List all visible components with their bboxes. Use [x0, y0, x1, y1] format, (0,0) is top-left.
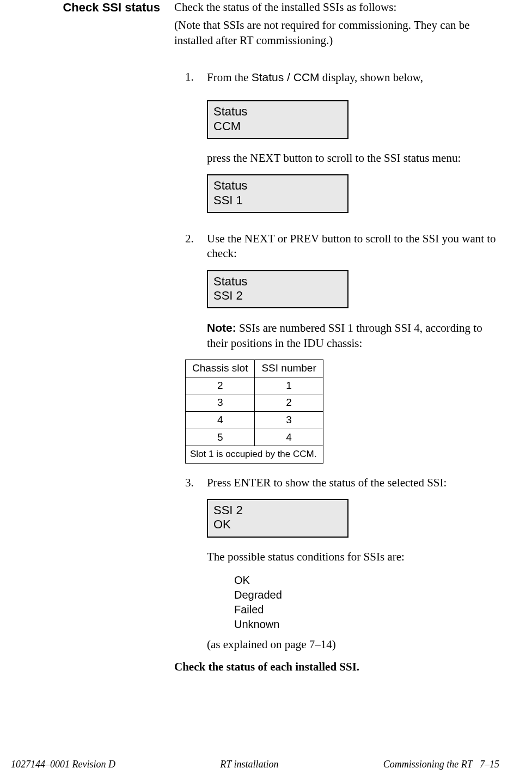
step-2: 2. Use the NEXT or PREV button to scroll… [185, 231, 499, 261]
status-item: Degraded [234, 588, 499, 602]
table-row: Chassis slot SSI number [186, 360, 323, 377]
status-item: OK [234, 573, 499, 588]
table-row: 21 [186, 377, 323, 394]
step-2-text: Use the NEXT or PREV button to scroll to… [207, 231, 499, 261]
lcd-ssi2-ok: SSI 2 OK [207, 499, 348, 538]
note-label: Note: [207, 321, 236, 334]
step-1-after: press the NEXT button to scroll to the S… [185, 151, 499, 166]
status-list: OK Degraded Failed Unknown [234, 573, 499, 632]
step-1: 1. From the Status / CCM display, shown … [185, 70, 499, 85]
table-footnote: Slot 1 is occupied by the CCM. [186, 446, 323, 463]
lcd-line: CCM [213, 119, 342, 133]
footer-right-title: Commissioning the RT [383, 759, 473, 770]
cell: 2 [186, 377, 255, 394]
footer-right: Commissioning the RT 7–15 [383, 759, 499, 770]
table-header-slot: Chassis slot [186, 360, 255, 377]
final-instruction: Check the status of each installed SSI. [174, 660, 499, 674]
lcd-line: Status [213, 105, 342, 119]
footer-page-number: 7–15 [480, 759, 499, 770]
footer-center: RT installation [220, 759, 278, 770]
lcd-line: Status [213, 275, 342, 289]
footer-left: 1027144–0001 Revision D [11, 759, 115, 770]
table-header-ssi: SSI number [255, 360, 323, 377]
side-heading: Check SSI status [11, 0, 174, 15]
cell: 4 [255, 429, 323, 446]
note-text: SSIs are numbered SSI 1 through SSI 4, a… [207, 321, 482, 349]
step-3-after-text: The possible status conditions for SSIs … [207, 550, 499, 564]
step-3-after: The possible status conditions for SSIs … [185, 550, 499, 564]
lcd-status-ccm: Status CCM [207, 100, 348, 139]
lcd-line: OK [213, 517, 342, 532]
step-1-ui-name: Status / CCM [252, 71, 320, 83]
chassis-table: Chassis slot SSI number 21 32 43 54 Slot… [185, 359, 323, 464]
step-2-note: Note: SSIs are numbered SSI 1 through SS… [185, 320, 499, 351]
step-1-number: 1. [185, 70, 207, 85]
table-row: Slot 1 is occupied by the CCM. [186, 446, 323, 463]
cell: 3 [255, 412, 323, 429]
step-3: 3. Press ENTER to show the status of the… [185, 476, 499, 490]
status-explain: (as explained on page 7–14) [207, 637, 499, 652]
step-1-after-text: press the NEXT button to scroll to the S… [207, 151, 499, 166]
step-3-number: 3. [185, 476, 207, 490]
status-item: Failed [234, 602, 499, 617]
page-footer: 1027144–0001 Revision D RT installation … [0, 759, 532, 770]
cell: 3 [186, 394, 255, 412]
step-2-number: 2. [185, 231, 207, 261]
main-content: Check the status of the installed SSIs a… [174, 0, 499, 675]
cell: 5 [186, 429, 255, 446]
intro-parenthetical: (Note that SSIs are not required for com… [174, 18, 499, 48]
table-row: 32 [186, 394, 323, 412]
cell: 1 [255, 377, 323, 394]
step-1-pre: From the [207, 71, 252, 84]
lcd-line: SSI 2 [213, 503, 342, 517]
intro-sentence: Check the status of the installed SSIs a… [174, 0, 499, 15]
step-1-post: display, shown below, [320, 71, 423, 84]
cell: 4 [186, 412, 255, 429]
step-3-text: Press ENTER to show the status of the se… [207, 476, 499, 490]
lcd-line: SSI 2 [213, 289, 342, 303]
table-row: 54 [186, 429, 323, 446]
lcd-status-ssi1: Status SSI 1 [207, 174, 348, 213]
cell: 2 [255, 394, 323, 412]
status-item: Unknown [234, 617, 499, 632]
lcd-line: Status [213, 179, 342, 193]
lcd-status-ssi2: Status SSI 2 [207, 270, 348, 309]
table-row: 43 [186, 412, 323, 429]
lcd-line: SSI 1 [213, 193, 342, 208]
